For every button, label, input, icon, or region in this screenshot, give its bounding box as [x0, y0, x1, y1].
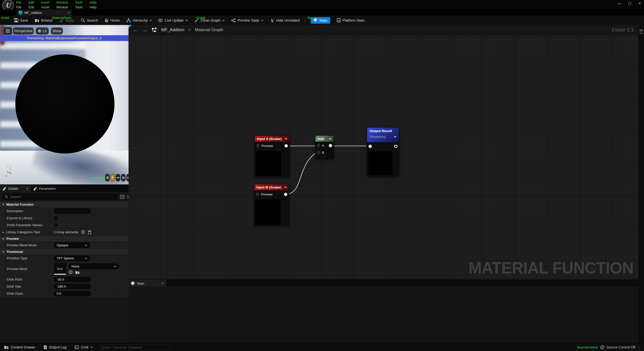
- menu-asset[interactable]: Asset: [41, 5, 49, 9]
- home-button[interactable]: Home: [104, 18, 120, 22]
- shape-cylinder-button[interactable]: [105, 174, 110, 181]
- collapse-icon[interactable]: [284, 186, 287, 188]
- add-element-icon[interactable]: [81, 230, 85, 234]
- node-input-b[interactable]: Input B (Scalar) Preview: [254, 184, 289, 226]
- input-pin[interactable]: [256, 193, 259, 196]
- orbit-zoom-input[interactable]: [54, 291, 91, 296]
- forward-arrow-icon[interactable]: →: [142, 27, 148, 32]
- stats-panel: [129, 287, 638, 343]
- preview-state-button[interactable]: Preview State: [231, 18, 263, 22]
- menu-bar-overlay: File Edit Asset Window Tools Help: [16, 0, 96, 5]
- mesh-thumbnail[interactable]: None: [54, 263, 66, 275]
- orbit-pitch-input[interactable]: [54, 277, 91, 282]
- caret-down-icon: ▾: [3, 250, 4, 254]
- menu-bar: File Edit Asset Window Tools Help: [16, 5, 96, 10]
- input-pin-b[interactable]: [317, 151, 320, 154]
- console-command-input[interactable]: [100, 344, 169, 350]
- back-arrow-icon[interactable]: ←: [133, 27, 138, 32]
- output-log-button[interactable]: Output Log: [39, 343, 71, 351]
- window-resize-grip[interactable]: [638, 346, 640, 348]
- menu-edit[interactable]: Edit: [28, 5, 34, 9]
- tab-close-icon[interactable]: ×: [68, 11, 70, 15]
- shape-mesh-button[interactable]: [126, 174, 129, 181]
- collapse-icon[interactable]: [394, 136, 396, 138]
- prefix-parameter-names-checkbox[interactable]: [54, 223, 58, 227]
- use-selected-icon[interactable]: [69, 270, 73, 274]
- blend-mode-dropdown[interactable]: Opaque: [54, 242, 90, 248]
- details-tab-close-icon[interactable]: ×: [26, 187, 28, 191]
- lit-button[interactable]: Lit: [36, 27, 49, 34]
- maximize-icon[interactable]: [628, 2, 631, 5]
- live-update-button[interactable]: Live Update: [158, 18, 188, 22]
- stats-button[interactable]: Stats: [311, 17, 330, 24]
- tab-stats[interactable]: Stats ×: [129, 280, 166, 287]
- focus-corner-marker: [129, 25, 132, 28]
- menu-tools[interactable]: Tools: [75, 5, 83, 9]
- close-window-icon[interactable]: ×: [638, 2, 641, 5]
- hide-unrelated-button[interactable]: Hide Unrelated: [270, 18, 300, 22]
- preview-viewport[interactable]: Perspective Lit Show Previewing: Materia…: [0, 25, 129, 184]
- hierarchy-button[interactable]: Hierarchy: [126, 18, 152, 22]
- search-button[interactable]: Search: [81, 18, 98, 22]
- viewport-menu-button[interactable]: [4, 27, 12, 35]
- section-material-function[interactable]: ▾ Material Function: [0, 202, 129, 208]
- display-filter-icon[interactable]: [120, 195, 125, 199]
- input-pin-connected[interactable]: [369, 145, 372, 148]
- platform-stats-button[interactable]: Platform Stats: [337, 18, 365, 22]
- shape-sphere-button[interactable]: [110, 174, 115, 181]
- input-pin[interactable]: [256, 144, 259, 147]
- input-pin-a[interactable]: [317, 144, 320, 147]
- chevron-down-icon: [85, 245, 87, 246]
- perspective-button[interactable]: Perspective: [13, 27, 34, 34]
- menu-help[interactable]: Help: [90, 5, 96, 9]
- minimize-icon[interactable]: [618, 2, 621, 5]
- source-control-button[interactable]: Source Control Off: [600, 345, 635, 349]
- output-pin[interactable]: [285, 144, 288, 147]
- menu-file[interactable]: File: [16, 5, 21, 9]
- search-input[interactable]: [10, 195, 115, 199]
- cmd-button[interactable]: Cmd: [71, 343, 97, 351]
- palette-side-tab[interactable]: Palette: [638, 25, 644, 343]
- orbit-yaw-input[interactable]: [54, 284, 91, 289]
- chevron-down-icon[interactable]: [329, 138, 332, 140]
- trash-icon[interactable]: [88, 230, 91, 234]
- content-drawer-button[interactable]: Content Drawer: [0, 343, 39, 351]
- breadcrumb-current[interactable]: Material Graph: [195, 27, 223, 32]
- apply-button[interactable]: Apply: [59, 18, 74, 22]
- node-output-result[interactable]: Output Result Previewing: [367, 127, 399, 176]
- clean-graph-button[interactable]: Clean Graph: [194, 18, 225, 22]
- toolbar-separator: [305, 18, 306, 23]
- chevron-down-icon: [114, 266, 116, 267]
- output-pin[interactable]: [394, 145, 397, 148]
- node-add[interactable]: Add A B: [315, 135, 334, 159]
- collapse-icon[interactable]: [285, 138, 287, 140]
- breadcrumb-root[interactable]: MF_Addtion: [161, 27, 184, 32]
- shape-cube-button[interactable]: [121, 174, 126, 181]
- browse-to-asset-icon[interactable]: [75, 270, 79, 274]
- output-pin[interactable]: [284, 193, 287, 196]
- tab-mf-addtion[interactable]: f MF_Addtion ×: [17, 10, 72, 16]
- stats-tab-close-icon[interactable]: ×: [162, 281, 164, 285]
- tab-parameters[interactable]: Parameters: [31, 185, 58, 192]
- title-bar: U File Edit Asset Window Tools Help File…: [0, 0, 644, 10]
- section-thumbnail[interactable]: ▾ Thumbnail: [0, 249, 129, 255]
- show-button[interactable]: Show: [51, 27, 63, 34]
- caret-right-icon[interactable]: ▸: [3, 230, 4, 234]
- search-box[interactable]: [2, 193, 118, 200]
- folder-search-icon: [35, 18, 39, 22]
- caret-down-icon: ▾: [3, 203, 4, 206]
- menu-window[interactable]: Window: [56, 5, 68, 9]
- tab-details[interactable]: Details ×: [0, 185, 31, 192]
- shape-plane-button[interactable]: [116, 174, 120, 181]
- preview-mesh-dropdown[interactable]: None: [69, 263, 119, 269]
- output-pin[interactable]: [329, 144, 332, 147]
- save-button[interactable]: Save: [14, 18, 28, 22]
- description-input[interactable]: [54, 208, 91, 214]
- browse-button[interactable]: Browse: [35, 18, 53, 22]
- breadcrumb-separator: >: [188, 27, 191, 32]
- primitive-type-dropdown[interactable]: TPT Sphere: [54, 255, 90, 261]
- material-graph-canvas[interactable]: MATERIAL FUNCTION Input A (Scalar) Previ…: [129, 35, 638, 279]
- section-preview[interactable]: ▾ Preview: [0, 236, 129, 242]
- node-input-a[interactable]: Input A (Scalar) Preview: [255, 135, 290, 177]
- expose-to-library-checkbox[interactable]: [54, 216, 58, 220]
